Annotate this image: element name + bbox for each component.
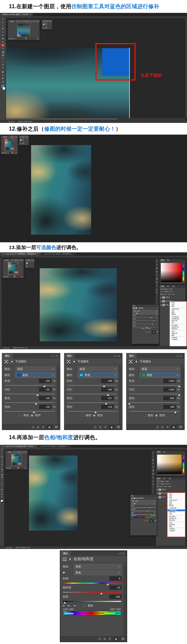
- channel-dropdown[interactable]: ☛ 青色 ∨: [131, 502, 156, 505]
- collapse-icon[interactable]: »: [51, 355, 53, 357]
- menu-item-posterize[interactable]: 色调分离...: [168, 524, 185, 526]
- histogram-button[interactable]: ▟直..: [42, 22, 52, 26]
- slider-value[interactable]: +48: [155, 315, 158, 316]
- slider-track[interactable]: [129, 402, 179, 403]
- navigator-thumbnail[interactable]: [5, 139, 14, 151]
- status-zoom[interactable]: 53.91%: [6, 546, 12, 549]
- previous-state-icon[interactable]: ◎: [145, 519, 147, 523]
- navigator-thumbnail[interactable]: [17, 23, 30, 37]
- panel-close-icon[interactable]: ✕: [21, 260, 23, 261]
- scroll-up-icon[interactable]: ∧: [182, 366, 184, 367]
- zoom-in-icon[interactable]: ▲: [25, 467, 26, 469]
- panel-collapse-icon[interactable]: ◂◂: [15, 260, 17, 261]
- paths-panel-icon[interactable]: ◫: [156, 274, 158, 276]
- delete-adjustment-icon[interactable]: ⌧: [155, 519, 156, 523]
- navigator-zoom-slider[interactable]: [12, 468, 24, 468]
- navigator-zoom-value[interactable]: 53.91%: [6, 467, 11, 469]
- blend-mode-select[interactable]: 正常: [160, 291, 163, 292]
- shape-tool-icon[interactable]: ▢: [1, 491, 3, 493]
- pen-tool-icon[interactable]: ✒: [1, 484, 3, 486]
- layer-visibility-icon[interactable]: ◉: [160, 296, 162, 298]
- slider-value[interactable]: +100: [163, 379, 176, 383]
- swatches-panel-icon[interactable]: ▲: [152, 480, 154, 482]
- status-zoom[interactable]: 53.91%: [3, 347, 9, 349]
- slider-value[interactable]: -100: [163, 396, 176, 400]
- panel-collapse-icon[interactable]: ◂◂: [22, 136, 24, 138]
- clip-to-layer-icon[interactable]: ❏: [94, 426, 96, 428]
- vertical-scrollbar[interactable]: [185, 18, 187, 118]
- panel-menu-icon[interactable]: ≡: [119, 355, 120, 357]
- brush-tool-icon[interactable]: ✎: [1, 41, 5, 43]
- scroll-up-icon[interactable]: ∧: [58, 366, 59, 367]
- panel-menu-icon[interactable]: ≡: [181, 355, 183, 357]
- visibility-eye-icon[interactable]: ◉: [47, 425, 52, 429]
- slider-value[interactable]: +14: [155, 325, 158, 326]
- reset-adjustment-icon[interactable]: ↺: [150, 330, 151, 334]
- slider-track[interactable]: [67, 394, 117, 394]
- healing-brush-tool-icon[interactable]: ✚: [1, 464, 3, 466]
- type-tool-icon[interactable]: T: [1, 486, 3, 488]
- previous-state-icon[interactable]: ◎: [161, 426, 164, 428]
- shape-tool-icon[interactable]: ▢: [1, 74, 5, 76]
- brush-presets-button[interactable]: ⚌画..: [42, 26, 52, 30]
- reset-adjustment-icon[interactable]: ↺: [148, 519, 149, 523]
- slider-thumb[interactable]: [94, 411, 97, 413]
- color-field[interactable]: [161, 263, 182, 282]
- targeted-adjustment-icon[interactable]: ☛: [63, 571, 72, 574]
- info-panel-icon[interactable]: ①: [156, 260, 158, 262]
- scroll-down-icon[interactable]: ∨: [182, 422, 184, 424]
- slider-value[interactable]: +64: [155, 318, 158, 320]
- collapse-icon[interactable]: »: [176, 355, 178, 357]
- background-color-swatch[interactable]: [2, 502, 4, 504]
- layers-filter-icons[interactable]: ▦ ◉ T ▢ ▣ ●: [161, 480, 169, 482]
- absolute-radio[interactable]: [155, 414, 158, 417]
- slider-value[interactable]: +100: [163, 388, 176, 392]
- navigator-title[interactable]: 导航器: [3, 259, 10, 262]
- menu-item-levels[interactable]: 色阶...: [170, 310, 186, 312]
- slider-track[interactable]: [63, 583, 121, 584]
- reset-adjustment-icon[interactable]: ↺: [42, 426, 44, 428]
- properties-panel-icon[interactable]: ▤: [152, 459, 154, 461]
- menu-item-invert[interactable]: 反相: [168, 522, 185, 524]
- panel-scrollbar[interactable]: ∧∨: [182, 365, 185, 424]
- menu-item-exposure[interactable]: 曝光度...: [170, 314, 186, 316]
- slider-track[interactable]: [133, 327, 158, 327]
- hand-tool-icon[interactable]: ☛: [1, 494, 3, 496]
- slider-thumb[interactable]: [147, 327, 148, 328]
- eyedropper-add-icon[interactable]: ✒₊: [67, 604, 71, 608]
- menu-item-exposure[interactable]: 曝光度...: [168, 505, 185, 507]
- previous-state-icon[interactable]: ◎: [148, 330, 149, 334]
- zoom-slider-thumb[interactable]: [17, 467, 19, 468]
- history-brush-tool-icon[interactable]: ✑: [1, 471, 3, 473]
- layer-name[interactable]: 图层 8: [166, 296, 170, 298]
- previous-state-icon[interactable]: ◎: [37, 426, 39, 428]
- menu-item-hue-saturation[interactable]: 色相/饱和度...: [168, 510, 185, 511]
- slider-thumb[interactable]: [43, 385, 46, 387]
- menu-item-pattern[interactable]: 图案...: [168, 497, 185, 499]
- tab-color[interactable]: 颜色: [160, 259, 165, 262]
- slider-track[interactable]: [5, 411, 55, 412]
- slider-track[interactable]: [67, 402, 117, 403]
- collapse-icon[interactable]: »: [118, 552, 120, 555]
- slider-track[interactable]: [129, 394, 179, 394]
- properties-title[interactable]: 属性: [64, 353, 75, 358]
- clone-stamp-tool-icon[interactable]: ✪: [1, 44, 5, 46]
- tab-channels[interactable]: 通道: [162, 477, 167, 480]
- tab-paths[interactable]: 路径: [167, 477, 173, 480]
- hue-bar[interactable]: [183, 263, 185, 282]
- layer-visibility-icon[interactable]: ◉: [157, 492, 158, 494]
- previous-state-icon[interactable]: ◎: [99, 426, 101, 428]
- lasso-tool-icon[interactable]: ∽: [1, 24, 5, 27]
- opacity-value[interactable]: 100%: [166, 483, 170, 484]
- tab-layers[interactable]: 图层: [160, 285, 165, 288]
- slider-thumb[interactable]: [147, 511, 148, 512]
- menu-item-channel-mixer[interactable]: 通道混合器...: [168, 518, 185, 520]
- menu-item-gradient[interactable]: 渐变...: [168, 495, 185, 497]
- horizontal-scrollbar[interactable]: [6, 118, 185, 120]
- slider-value[interactable]: +59: [39, 379, 51, 383]
- hue-range-handle-left[interactable]: [64, 613, 74, 614]
- navigator-zoom-value[interactable]: 53.01%: [2, 152, 6, 154]
- dodge-tool-icon[interactable]: ◐: [1, 60, 5, 63]
- slider-track[interactable]: [131, 511, 156, 511]
- zoom-tool-icon[interactable]: ◎: [1, 496, 3, 498]
